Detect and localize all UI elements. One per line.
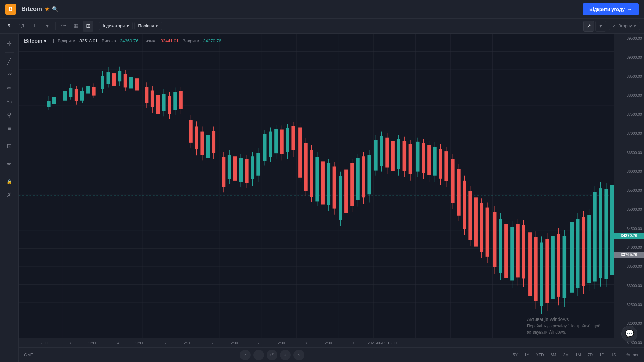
nav-right-button[interactable]: › bbox=[293, 350, 304, 360]
svg-rect-66 bbox=[151, 90, 154, 107]
time-12-4: 12:00 bbox=[229, 341, 238, 345]
collapse-button[interactable]: ⤢ Згорнути bbox=[609, 22, 640, 30]
svg-rect-198 bbox=[545, 239, 549, 303]
toolbar-right: ↗ ▾ ⤢ Згорнути bbox=[583, 21, 640, 32]
scale-icon-button[interactable]: ↗ bbox=[583, 21, 594, 32]
period-7d[interactable]: 7D bbox=[586, 351, 595, 359]
period-5y[interactable]: 5Y bbox=[511, 351, 520, 359]
candle-chart-icon[interactable]: ⊞ bbox=[83, 21, 93, 32]
tool-separator3 bbox=[5, 155, 14, 155]
period-3m[interactable]: 3M bbox=[561, 351, 571, 359]
svg-rect-212 bbox=[587, 215, 591, 283]
svg-rect-186 bbox=[510, 227, 514, 280]
svg-rect-174 bbox=[474, 197, 478, 246]
price-39000: 39000.00 bbox=[616, 55, 642, 59]
nav-zoom-out-button[interactable]: − bbox=[253, 350, 264, 360]
svg-rect-144 bbox=[385, 138, 389, 168]
date-label: 2021-06-09 13:00 bbox=[368, 341, 397, 345]
chart-asset-name: Bitcoin bbox=[24, 38, 42, 44]
chart-header: Bitcoin ▾ Відкрити 33518.01 Висока 34360… bbox=[24, 38, 221, 44]
svg-rect-76 bbox=[179, 91, 183, 109]
period-1d-button[interactable]: 1Д bbox=[15, 22, 28, 30]
period-1d[interactable]: 1D bbox=[597, 351, 606, 359]
svg-rect-184 bbox=[504, 224, 508, 278]
svg-rect-44 bbox=[80, 91, 84, 101]
svg-rect-156 bbox=[422, 143, 425, 173]
clear-tool[interactable]: ✗ bbox=[3, 189, 15, 201]
brush-tool[interactable]: ✒ bbox=[3, 158, 15, 170]
open-trade-button[interactable]: Відкрити угоду → bbox=[583, 3, 639, 15]
svg-rect-126 bbox=[333, 166, 336, 208]
current-price-badge: 34270.76 bbox=[614, 233, 644, 239]
period-1m[interactable]: 1M bbox=[573, 351, 583, 359]
time-2: 2:00 bbox=[40, 341, 47, 345]
asset-name-label: Bitcoin bbox=[21, 6, 42, 13]
svg-rect-202 bbox=[557, 234, 560, 297]
compare-button[interactable]: Порівняти bbox=[134, 22, 162, 30]
time-axis: 2:00 3 12:00 4 12:00 5 12:00 6 12:00 7 1… bbox=[19, 338, 614, 347]
chevron-down-icon[interactable]: ▾ bbox=[42, 21, 53, 32]
time-5: 5 bbox=[164, 341, 166, 345]
indicators-button[interactable]: Індикатори ▾ bbox=[99, 22, 133, 30]
svg-rect-102 bbox=[263, 134, 267, 161]
chart-asset-dropdown[interactable]: Bitcoin ▾ bbox=[24, 38, 54, 44]
open-label: Відкрити bbox=[58, 38, 75, 43]
svg-rect-168 bbox=[457, 169, 461, 216]
period-6m[interactable]: 6M bbox=[549, 351, 558, 359]
svg-rect-80 bbox=[195, 126, 198, 149]
bar-chart-icon[interactable]: ▦ bbox=[70, 21, 81, 32]
svg-rect-118 bbox=[310, 150, 313, 197]
separator bbox=[55, 22, 56, 30]
pattern-tool[interactable]: ⊡ bbox=[3, 140, 15, 152]
period-controls: 5Y 1Y YTD 6M 3M 1M 7D 1D 1S % лог bbox=[511, 351, 639, 359]
dropdown-button[interactable]: ▾ bbox=[595, 21, 606, 32]
arrow-right-icon: → bbox=[627, 7, 632, 12]
pencil-tool[interactable]: ✏ bbox=[3, 82, 15, 94]
lock-tool[interactable]: 🔒 bbox=[3, 176, 15, 188]
fibonacci-tool[interactable]: ≡ bbox=[3, 122, 15, 134]
svg-rect-200 bbox=[551, 236, 555, 299]
app-logo: B bbox=[5, 4, 16, 15]
price-35000: 35000.00 bbox=[616, 207, 642, 212]
time-12-6: 12:00 bbox=[323, 341, 332, 345]
main-layout: ✛ ╱ 〰 ✏ Aa ⚲ ≡ ⊡ ✒ 🔒 ✗ Bitcoin ▾ Відкрит… bbox=[0, 34, 644, 362]
measure-tool[interactable]: ⚲ bbox=[3, 109, 15, 121]
tool-separator4 bbox=[5, 173, 14, 173]
curve-tool[interactable]: 〰 bbox=[3, 69, 15, 81]
toolbar: 5 1Д 1г ▾ 〜 ▦ ⊞ Індикатори ▾ Порівняти ↗… bbox=[0, 19, 644, 34]
svg-rect-106 bbox=[274, 129, 278, 154]
period-ytd[interactable]: YTD bbox=[534, 351, 546, 359]
period-1s[interactable]: 1S bbox=[609, 351, 618, 359]
nav-refresh-button[interactable]: ↺ bbox=[267, 350, 277, 360]
indicators-chevron: ▾ bbox=[127, 23, 129, 28]
svg-rect-148 bbox=[397, 139, 400, 169]
svg-rect-188 bbox=[516, 224, 520, 277]
crosshair-tool[interactable]: ✛ bbox=[3, 38, 15, 50]
low-value: 33441.01 bbox=[161, 38, 179, 43]
svg-rect-208 bbox=[576, 219, 580, 288]
text-tool[interactable]: Aa bbox=[3, 96, 15, 108]
svg-rect-140 bbox=[374, 140, 378, 171]
time-8: 8 bbox=[305, 341, 307, 345]
chat-button[interactable]: 💬 bbox=[621, 326, 637, 342]
nav-left-button[interactable]: ‹ bbox=[240, 350, 251, 360]
nav-zoom-in-button[interactable]: + bbox=[280, 350, 291, 360]
search-icon[interactable]: 🔍 bbox=[52, 6, 59, 12]
time-12-2: 12:00 bbox=[135, 341, 144, 345]
time-9: 9 bbox=[352, 341, 354, 345]
candlestick-chart bbox=[19, 34, 614, 338]
close-value: 34270.76 bbox=[203, 38, 221, 43]
price-37500: 37500.00 bbox=[616, 112, 642, 116]
svg-rect-218 bbox=[604, 189, 608, 279]
trendline-tool[interactable]: ╱ bbox=[3, 55, 15, 67]
svg-rect-58 bbox=[124, 74, 127, 87]
svg-rect-96 bbox=[245, 159, 249, 183]
favorite-icon[interactable]: ★ bbox=[45, 6, 49, 12]
zoom-5-button[interactable]: 5 bbox=[4, 22, 14, 30]
time-7: 7 bbox=[258, 341, 260, 345]
high-value: 34360.76 bbox=[120, 38, 138, 43]
svg-rect-124 bbox=[327, 163, 331, 205]
line-chart-icon[interactable]: 〜 bbox=[58, 21, 69, 32]
period-1y[interactable]: 1Y bbox=[522, 351, 531, 359]
interval-1h-button[interactable]: 1г bbox=[29, 22, 41, 30]
